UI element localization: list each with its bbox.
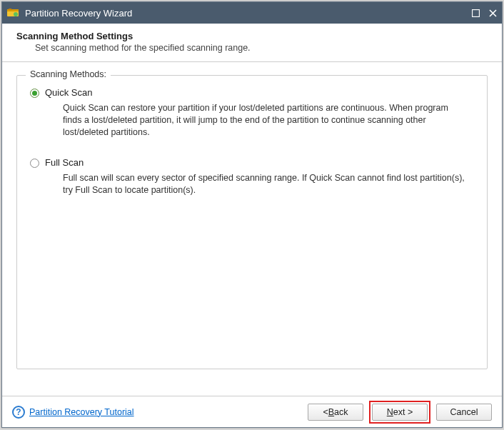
wizard-window: Partition Recovery Wizard Scanning Metho… — [1, 1, 503, 428]
radio-quick-scan[interactable] — [30, 89, 39, 98]
radio-full-scan[interactable] — [30, 159, 39, 168]
page-header: Scanning Method Settings Set scanning me… — [2, 24, 502, 62]
maximize-icon[interactable] — [470, 8, 480, 18]
help-link-text: Partition Recovery Tutorial — [29, 407, 134, 417]
option-full-scan[interactable]: Full Scan — [30, 157, 474, 168]
window-controls — [470, 8, 498, 18]
next-button[interactable]: Next > — [372, 404, 428, 421]
svg-point-2 — [14, 12, 18, 16]
page-subtitle: Set scanning method for the specified sc… — [35, 41, 488, 53]
help-link[interactable]: ? Partition Recovery Tutorial — [12, 406, 134, 419]
option-quick-scan[interactable]: Quick Scan — [30, 87, 474, 98]
back-button[interactable]: < Back — [308, 404, 363, 421]
footer-bar: ? Partition Recovery Tutorial < Back Nex… — [2, 396, 502, 427]
option-label: Full Scan — [45, 157, 84, 168]
svg-rect-3 — [472, 9, 479, 16]
app-icon — [6, 6, 19, 19]
page-title: Scanning Method Settings — [16, 31, 488, 41]
cancel-button[interactable]: Cancel — [436, 404, 492, 421]
close-icon[interactable] — [488, 8, 498, 18]
option-label: Quick Scan — [45, 87, 92, 98]
titlebar: Partition Recovery Wizard — [2, 2, 502, 24]
group-legend: Scanning Methods: — [26, 69, 111, 79]
window-title: Partition Recovery Wizard — [25, 8, 470, 19]
scanning-methods-group: Scanning Methods: Quick Scan Quick Scan … — [16, 75, 488, 369]
content-area: Scanning Method Settings Set scanning me… — [2, 24, 502, 427]
option-desc-quick-scan: Quick Scan can restore your partition if… — [63, 102, 468, 139]
next-button-highlight: Next > — [369, 401, 430, 424]
help-icon: ? — [12, 406, 25, 419]
option-desc-full-scan: Full scan will scan every sector of spec… — [63, 172, 468, 196]
